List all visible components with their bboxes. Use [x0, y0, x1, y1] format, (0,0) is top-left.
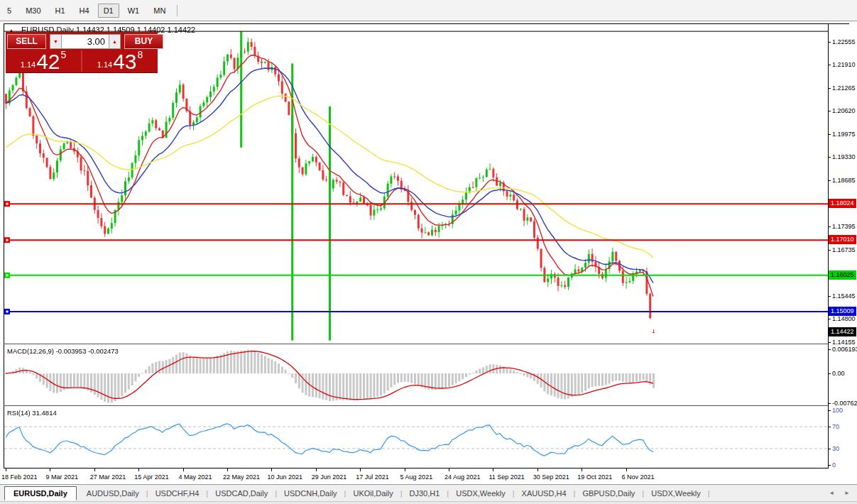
price-tick-mark [828, 65, 831, 65]
date-tick-mark [449, 469, 449, 471]
bottom-strip [0, 501, 857, 504]
date-tick-label: 24 Aug 2021 [444, 473, 481, 481]
macd-canvas[interactable] [4, 345, 828, 405]
price-level-tag: 1.14422 [829, 327, 856, 336]
price-tick-label: 1.22555 [832, 38, 856, 45]
volume-stepper: ▼ ▲ [50, 34, 121, 49]
rsi-tick-mark [828, 465, 831, 466]
chart-tab-gbpusd-daily[interactable]: GBPUSD,Daily [575, 487, 642, 500]
price-tick-label: 1.15445 [832, 292, 856, 300]
chart-tab-dj30-h1[interactable]: DJ30,H1 [403, 487, 447, 500]
date-tick-mark [271, 469, 272, 471]
timeframe-button-mn[interactable]: MN [148, 4, 171, 18]
price-tick-label: 1.17395 [832, 223, 856, 230]
price-tick-mark [828, 342, 831, 343]
chart-tab-usdchf-h4[interactable]: USDCHF,H4 [148, 487, 207, 500]
price-tick-mark [828, 226, 831, 227]
macd-tick-mark [828, 373, 831, 374]
sell-price-pips: 42 [36, 53, 60, 71]
buy-price-prefix: 1.14 [97, 60, 112, 69]
price-tick-label: 1.21265 [832, 84, 856, 92]
date-tick-label: 19 Oct 2021 [577, 473, 612, 481]
timeframe-button-d1[interactable]: D1 [98, 4, 119, 18]
sell-button[interactable]: SELL [7, 34, 46, 49]
chart-tab-usdx-weekly[interactable]: USDX,Weekly [644, 487, 707, 500]
price-tick-mark [828, 250, 831, 251]
tab-separator: | [708, 489, 710, 498]
tab-scroll-nav: ◄► [829, 490, 850, 496]
timeframe-button-5[interactable]: 5 [1, 4, 17, 18]
chart-tab-audusd-daily[interactable]: AUDUSD,Daily [80, 487, 146, 500]
date-tick-label: 9 Mar 2021 [45, 473, 78, 481]
price-level-tag: 1.15009 [829, 307, 856, 316]
rsi-tick-label: 70 [832, 423, 839, 430]
price-tick-mark [828, 296, 831, 297]
date-tick-mark [183, 469, 184, 471]
tab-scroll-right-icon[interactable]: ► [844, 490, 850, 496]
price-axis-line [828, 23, 829, 469]
macd-tick-mark [828, 349, 831, 350]
date-tick-mark [6, 469, 6, 471]
date-tick-label: 6 Nov 2021 [622, 473, 655, 481]
rsi-tick-label: 0 [832, 461, 836, 469]
rsi-separator[interactable] [4, 405, 828, 406]
date-tick-mark [626, 469, 627, 471]
timeframe-button-h4[interactable]: H4 [74, 4, 95, 18]
timeframe-toolbar: 5M30H1H4D1W1MN [0, 0, 857, 21]
rsi-tick-label: 30 [832, 445, 839, 452]
toolbar-divider [177, 5, 178, 16]
date-tick-mark [582, 469, 582, 471]
date-tick-label: 15 Apr 2021 [134, 473, 169, 481]
volume-decrease-icon[interactable]: ▼ [50, 34, 62, 49]
rsi-tick-label: 100 [832, 407, 843, 414]
timeframe-button-h1[interactable]: H1 [50, 4, 71, 18]
chart-tab-eurusd-daily[interactable]: EURUSD,Daily [4, 486, 77, 500]
trading-terminal: 5M30H1H4D1W1MN ▲ EURUSD,Daily 1.14432 1.… [0, 0, 857, 504]
chart-tab-ukoil-daily[interactable]: UKOil,Daily [346, 487, 400, 500]
volume-input[interactable] [62, 34, 109, 49]
tab-scroll-left-icon[interactable]: ◄ [829, 490, 834, 496]
rsi-indicator-label: RSI(14) 31.4814 [7, 409, 57, 417]
chart-tab-bar: EURUSD,DailyAUDUSD,Daily|USDCHF,H4|USDCA… [0, 484, 857, 501]
chart-tab-usdx-weekly[interactable]: USDX,Weekly [449, 487, 512, 500]
date-tick-mark [94, 469, 95, 471]
buy-button[interactable]: BUY [124, 34, 163, 49]
volume-increase-icon[interactable]: ▲ [109, 34, 121, 49]
macd-tick-label: 0.006193 [832, 346, 857, 353]
buy-price-display[interactable]: 1.14 43 8 [82, 50, 158, 72]
date-tick-mark [50, 469, 50, 471]
price-tick-mark [828, 42, 831, 43]
chart-tab-usdcad-daily[interactable]: USDCAD,Daily [208, 487, 275, 500]
rsi-canvas[interactable] [4, 407, 828, 467]
date-tick-label: 30 Sep 2021 [533, 473, 569, 481]
buy-price-pips: 43 [113, 53, 136, 71]
timeframe-button-w1[interactable]: W1 [122, 4, 146, 18]
chart-tab-xauusd-h4[interactable]: XAUUSD,H4 [515, 487, 574, 500]
price-tick-label: 1.14155 [832, 339, 856, 346]
price-tick-label: 1.21910 [832, 61, 856, 68]
chart-tab-usdcnh-daily[interactable]: USDCNH,Daily [277, 487, 344, 500]
one-click-trading-panel: SELL ▼ ▲ BUY 1.14 42 5 1.14 43 8 [6, 32, 158, 72]
chart-window: ▲ EURUSD,Daily 1.14432 1.14509 1.14402 1… [0, 23, 857, 483]
price-tick-mark [828, 111, 831, 111]
date-tick-mark [227, 469, 228, 471]
sell-price-display[interactable]: 1.14 42 5 [6, 50, 81, 72]
macd-tick-mark [828, 403, 831, 404]
price-tick-mark [828, 134, 831, 135]
date-axis: 18 Feb 20219 Mar 202127 Mar 202115 Apr 2… [0, 469, 857, 484]
date-tick-label: 10 Jun 2021 [267, 473, 302, 481]
sell-price-prefix: 1.14 [21, 60, 36, 69]
macd-tick-label: -0.007621 [832, 400, 857, 407]
price-tick-mark [828, 88, 831, 89]
rsi-tick-mark [828, 449, 831, 449]
rsi-tick-mark [828, 410, 831, 411]
price-level-tag: 1.18024 [829, 199, 856, 208]
date-tick-mark [316, 469, 317, 471]
price-tick-label: 1.18685 [832, 177, 856, 184]
date-tick-label: 22 May 2021 [223, 473, 260, 481]
macd-separator[interactable] [4, 344, 828, 344]
timeframe-button-m30[interactable]: M30 [20, 4, 46, 18]
date-tick-label: 18 Feb 2021 [1, 473, 38, 481]
date-tick-mark [405, 469, 405, 471]
price-level-tag: 1.16025 [829, 270, 856, 280]
